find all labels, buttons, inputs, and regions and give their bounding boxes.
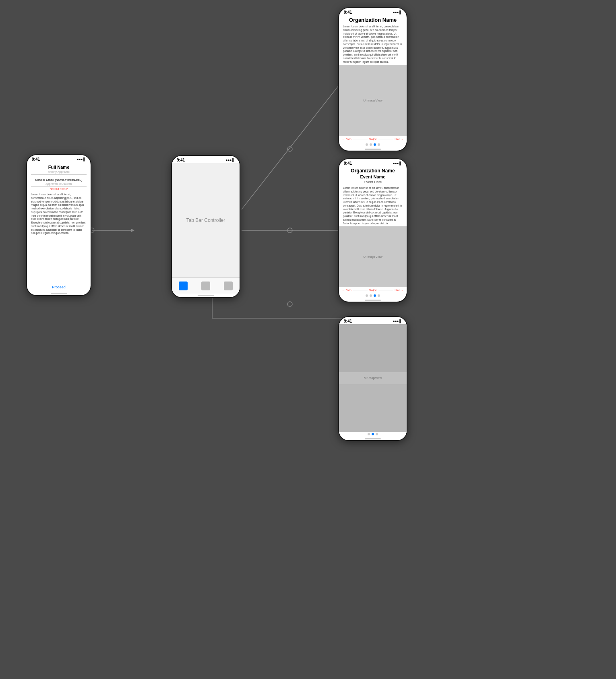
evt-skip-label[interactable]: ← Skip bbox=[342, 289, 351, 292]
org-status-icons: ●●● ▌ bbox=[393, 10, 402, 14]
svg-point-5 bbox=[287, 147, 292, 151]
evt-dot-4 bbox=[378, 294, 380, 297]
evt-swipe-label: Swipe bbox=[369, 289, 377, 292]
vc-status-bar: 9:41 ●●● ▌ bbox=[27, 155, 91, 162]
vc-status-icons: ●●● ▌ bbox=[77, 157, 86, 161]
vc-email-label: School Email (name.#@osu.edu) bbox=[31, 178, 87, 182]
tbc-home-indicator bbox=[172, 294, 240, 297]
view-controller-phone: View Controller 9:41 ●●● ▌ Full Name Ant… bbox=[26, 154, 91, 296]
vc-email-error: *Invalid Email* bbox=[31, 188, 87, 190]
organizations-phone: Organizations 9:41 ●●● ▌ Organization Na… bbox=[338, 7, 407, 151]
evt-org-name: Organization Name bbox=[339, 166, 407, 174]
vc-time: 9:41 bbox=[32, 157, 40, 161]
tbc-signal-icon: ●●● bbox=[226, 158, 232, 162]
org-skip-label[interactable]: ← Skip bbox=[342, 138, 351, 141]
org-nav-title: Organization Name bbox=[339, 15, 407, 24]
tbc-tab-3[interactable] bbox=[224, 282, 233, 290]
svg-line-3 bbox=[242, 85, 339, 209]
tbc-main-content: Tab Bar Controller bbox=[172, 163, 240, 277]
org-dot-2 bbox=[370, 143, 372, 146]
tbc-tab-bar bbox=[172, 277, 240, 294]
map-dot-3 bbox=[376, 433, 378, 435]
tbc-tab-2[interactable] bbox=[201, 282, 210, 290]
vc-content: Full Name Antony Approved School Email (… bbox=[27, 162, 91, 292]
events-phone: Events 9:41 ●●● ▌ Organization Name Even… bbox=[338, 158, 407, 302]
evt-swipe-line-left bbox=[353, 290, 368, 290]
evt-dots bbox=[339, 293, 407, 299]
map-dots bbox=[339, 432, 407, 437]
map-view-label: MKMapView bbox=[339, 372, 407, 384]
org-swipe-line-right bbox=[378, 139, 393, 139]
org-status-bar: 9:41 ●●● ▌ bbox=[339, 8, 407, 15]
evt-event-name: Event Name bbox=[339, 174, 407, 180]
map-signal-icon: ●●● bbox=[393, 319, 399, 323]
evt-swipe-bar: ← Skip Swipe Like → bbox=[339, 287, 407, 293]
vc-full-name-placeholder: Antony Approved bbox=[31, 170, 87, 175]
org-home-indicator bbox=[339, 148, 407, 151]
org-like-label[interactable]: Like → bbox=[395, 138, 403, 141]
vc-lorem: Lorem ipsum dolor sit er elit lamet, con… bbox=[31, 193, 87, 235]
vc-proceed-btn[interactable]: Proceed bbox=[31, 285, 87, 289]
org-swipe-line-left bbox=[353, 139, 368, 139]
map-time: 9:41 bbox=[344, 319, 352, 323]
evt-home-indicator bbox=[339, 299, 407, 302]
vc-full-name-label: Full Name bbox=[31, 165, 87, 170]
map-dot-2 bbox=[372, 433, 374, 435]
svg-point-8 bbox=[287, 228, 292, 233]
evt-dot-3 bbox=[374, 294, 376, 297]
org-swipe-label: Swipe bbox=[369, 138, 377, 141]
tbc-time: 9:41 bbox=[177, 158, 185, 162]
evt-lorem: Lorem ipsum dolor sit er elit lamet, con… bbox=[339, 185, 407, 226]
org-dot-3 bbox=[374, 143, 376, 146]
tbc-status-bar: 9:41 ●●● ▌ bbox=[172, 156, 240, 163]
evt-status-bar: 9:41 ●●● ▌ bbox=[339, 159, 407, 166]
map-home-indicator bbox=[339, 437, 407, 440]
org-swipe-bar: ← Skip Swipe Like → bbox=[339, 136, 407, 142]
map-dot-1 bbox=[368, 433, 370, 435]
vc-home-indicator bbox=[27, 292, 91, 295]
org-dot-4 bbox=[378, 143, 380, 146]
org-time: 9:41 bbox=[344, 10, 352, 14]
org-dots bbox=[339, 142, 407, 148]
evt-time: 9:41 bbox=[344, 161, 352, 166]
tbc-status-icons: ●●● ▌ bbox=[226, 158, 235, 162]
map-status-icons: ●●● ▌ bbox=[393, 319, 402, 323]
map-view-top bbox=[339, 324, 407, 372]
evt-dot-2 bbox=[370, 294, 372, 297]
org-dot-1 bbox=[366, 143, 368, 146]
tab-bar-controller-phone: Tab Bar Controller 9:41 ●●● ▌ Tab Bar Co… bbox=[171, 155, 240, 298]
signal-icon: ●●● bbox=[77, 157, 83, 161]
evt-swipe-line-right bbox=[378, 290, 393, 290]
org-signal-icon: ●●● bbox=[393, 10, 399, 14]
evt-status-icons: ●●● ▌ bbox=[393, 161, 402, 165]
svg-point-12 bbox=[287, 302, 292, 306]
org-lorem: Lorem ipsum dolor sit er elit lamet, con… bbox=[339, 24, 407, 65]
tbc-center-label: Tab Bar Controller bbox=[186, 217, 225, 223]
evt-dot-1 bbox=[366, 294, 368, 297]
map-battery-icon: ▌ bbox=[399, 319, 402, 323]
map-status-bar: 9:41 ●●● ▌ bbox=[339, 317, 407, 324]
vc-email-placeholder: Approved @Osu.edu bbox=[31, 182, 87, 187]
evt-image-view: UIImageView bbox=[339, 226, 407, 287]
tbc-tab-1[interactable] bbox=[179, 282, 188, 290]
evt-signal-icon: ●●● bbox=[393, 161, 399, 165]
evt-battery-icon: ▌ bbox=[399, 161, 402, 165]
org-battery-icon: ▌ bbox=[399, 10, 402, 14]
map-of-events-phone: Map of Events 9:41 ●●● ▌ MKMapView bbox=[338, 316, 407, 441]
evt-like-label[interactable]: Like → bbox=[395, 289, 403, 292]
evt-event-date: Event Date bbox=[339, 180, 407, 185]
org-image-view: UIImageView bbox=[339, 65, 407, 136]
svg-marker-1 bbox=[131, 229, 134, 232]
map-view-bottom bbox=[339, 384, 407, 432]
battery-icon: ▌ bbox=[83, 157, 86, 161]
tbc-battery-icon: ▌ bbox=[232, 158, 235, 162]
